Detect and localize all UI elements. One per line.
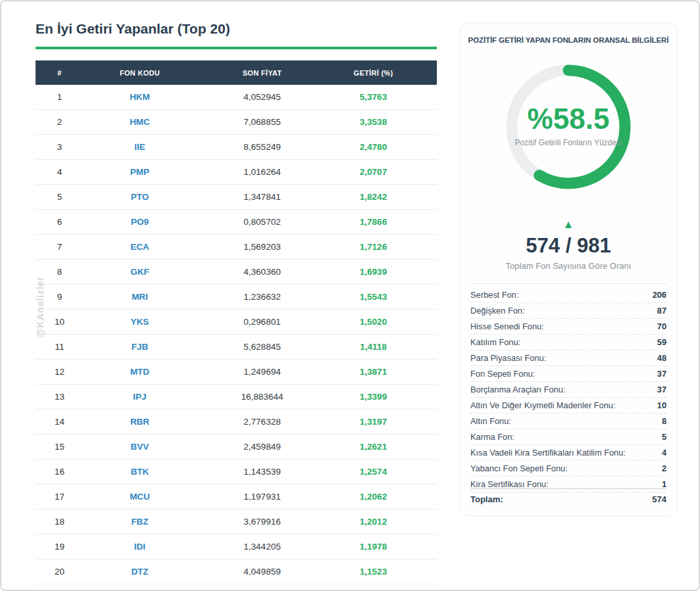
rank-cell: 18 [36,517,84,527]
up-triangle-icon: ▲ [460,219,677,230]
fund-type-label: Katılım Fonu: [470,337,520,347]
rank-cell: 17 [36,492,84,502]
return-cell: 1,3197 [328,417,437,427]
fund-code-link[interactable]: GKF [84,267,196,277]
table-row: 15BVV2,4598491,2621 [36,435,437,460]
fund-type-label: Altın Ve Diğer Kıymetli Madenler Fonu: [470,400,616,410]
table-row: 13IPJ16,8836441,3399 [36,385,437,410]
table-row: 7ECA1,5692031,7126 [36,235,437,260]
list-top-divider [470,283,666,284]
positive-funds-card: POZİTİF GETİRİ YAPAN FONLARIN ORANSAL Bİ… [459,22,678,516]
fund-code-link[interactable]: MRI [84,292,196,302]
fund-type-value: 8 [662,416,666,426]
fund-type-value: 5 [662,432,666,442]
rank-cell: 4 [36,167,84,177]
return-cell: 1,2574 [328,467,437,477]
table-body: 1HKM4,0529455,37632HMC7,0688553,35383IIE… [36,85,437,584]
top20-table: #FON KODUSON FİYATGETİRİ (%) 1HKM4,05294… [36,60,437,584]
column-header-0: # [36,69,84,77]
fund-code-link[interactable]: IDI [84,542,196,552]
fund-code-link[interactable]: IIE [84,142,196,152]
fund-code-link[interactable]: YKS [84,317,196,327]
column-header-3: GETİRİ (%) [328,69,437,77]
price-cell: 1,569203 [196,242,328,252]
total-row: Toplam: 574 [470,488,666,504]
fund-code-link[interactable]: HMC [84,117,196,127]
fund-type-label: Kira Sertifikası Fonu: [470,479,549,489]
price-cell: 1,016264 [196,167,328,177]
fund-type-value: 37 [657,369,666,379]
return-cell: 1,7866 [328,217,437,227]
watermark: @KAnalizler [34,277,45,338]
table-row: 11FJB5,6288451,4118 [36,335,437,360]
fund-type-row: Hisse Senedi Fonu:70 [470,319,666,335]
fund-type-list: Serbest Fon:206Değişken Fon:87Hisse Sene… [470,287,666,492]
table-row: 12MTD1,2496941,3871 [36,360,437,385]
return-cell: 2,4780 [328,142,437,152]
price-cell: 0,805702 [196,217,328,227]
fund-type-label: Borçlanma Araçları Fonu: [470,385,565,394]
fund-type-row: Kısa Vadeli Kira Sertifikaları Katilim F… [470,445,666,461]
return-cell: 5,3763 [328,92,437,102]
table-row: 3IIE8,6552492,4780 [36,135,437,160]
fund-code-link[interactable]: PO9 [84,217,196,227]
fund-type-label: Hisse Senedi Fonu: [470,321,544,331]
return-cell: 1,7126 [328,242,437,252]
table-row: 9MRI1,2366321,5543 [36,285,437,310]
rank-cell: 3 [36,142,84,152]
price-cell: 5,628845 [196,342,328,352]
fund-type-value: 87 [657,306,666,316]
fund-code-link[interactable]: FBZ [84,517,196,527]
fund-type-row: Altın Fonu:8 [470,414,666,429]
table-row: 4PMP1,0162642,0707 [36,160,437,185]
fund-type-value: 10 [657,400,666,410]
fund-code-link[interactable]: PMP [84,167,196,177]
rank-cell: 11 [36,342,84,352]
donut-chart: %58.5 Pozitif Getirili Fonların Yüzdesi [503,61,634,193]
fund-type-value: 59 [657,337,666,347]
rank-cell: 12 [36,367,84,377]
price-cell: 1,344205 [196,542,328,552]
table-header: #FON KODUSON FİYATGETİRİ (%) [36,60,437,85]
fund-type-row: Katılım Fonu:59 [470,335,666,350]
table-row: 19IDI1,3442051,1978 [36,534,437,559]
fund-type-value: 2 [662,463,666,473]
price-cell: 16,883644 [196,392,328,402]
fund-code-link[interactable]: ECA [84,242,196,252]
return-cell: 1,3399 [328,392,437,402]
fund-type-row: Yabancı Fon Sepeti Fonu:2 [470,461,666,477]
fund-code-link[interactable]: BTK [84,467,196,477]
price-cell: 1,236632 [196,292,328,302]
price-cell: 1,347841 [196,192,328,202]
fund-code-link[interactable]: PTO [84,192,196,202]
fund-code-link[interactable]: FJB [84,342,196,352]
fund-type-label: Altın Fonu: [470,416,511,426]
fund-type-value: 48 [657,353,666,363]
page-title: En İyi Getiri Yapanlar (Top 20) [36,21,230,37]
rank-cell: 2 [36,117,84,127]
fund-type-label: Fon Sepeti Fonu: [470,369,535,379]
fund-code-link[interactable]: BVV [84,442,196,452]
fund-type-value: 1 [662,479,666,489]
card-title: POZİTİF GETİRİ YAPAN FONLARIN ORANSAL Bİ… [460,36,677,44]
column-header-2: SON FİYAT [196,69,328,77]
price-cell: 4,049859 [196,567,328,577]
table-row: 18FBZ3,6799161,2012 [36,509,437,534]
fund-type-value: 206 [653,290,666,300]
fund-code-link[interactable]: HKM [84,92,196,102]
fund-type-label: Değişken Fon: [470,306,525,316]
return-cell: 1,2012 [328,517,437,527]
return-cell: 1,1523 [328,567,437,577]
fund-type-row: Borçlanma Araçları Fonu:37 [470,382,666,398]
rank-cell: 20 [36,567,84,577]
price-cell: 3,679916 [196,517,328,527]
fund-code-link[interactable]: RBR [84,417,196,427]
fund-type-value: 4 [662,448,666,458]
fund-type-label: Yabancı Fon Sepeti Fonu: [470,463,568,473]
fund-code-link[interactable]: IPJ [84,392,196,402]
rank-cell: 19 [36,542,84,552]
fund-code-link[interactable]: DTZ [84,567,196,577]
fund-code-link[interactable]: MCU [84,492,196,502]
fund-code-link[interactable]: MTD [84,367,196,377]
donut-center: %58.5 Pozitif Getirili Fonların Yüzdesi [503,61,634,193]
